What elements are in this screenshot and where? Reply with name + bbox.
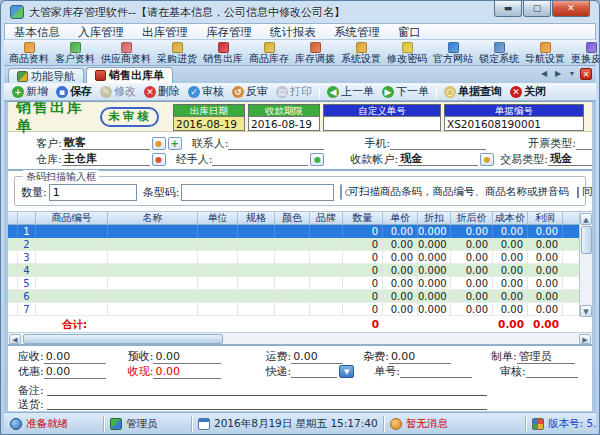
add-customer-icon[interactable]: + — [168, 137, 182, 150]
table-cell[interactable]: 0 — [343, 238, 383, 251]
toolbar-button[interactable]: 官方网站 — [430, 41, 476, 65]
table-cell[interactable] — [108, 303, 198, 316]
table-cell[interactable] — [198, 238, 238, 251]
table-cell[interactable]: 0.00 — [493, 238, 528, 251]
table-cell[interactable] — [36, 264, 108, 277]
row-number-cell[interactable]: 4 — [18, 264, 36, 277]
table-row[interactable]: 400.000.0000.000.000.00 — [8, 264, 592, 277]
table-cell[interactable] — [8, 251, 18, 264]
header-field-value[interactable]: 2016-08-19 — [173, 116, 245, 131]
table-cell[interactable]: 0.00 — [451, 264, 493, 277]
column-header[interactable]: 折扣 — [418, 212, 451, 225]
form-toolbar-button[interactable]: +新增 — [8, 84, 52, 100]
header-field-value[interactable] — [323, 116, 441, 131]
column-header[interactable]: 名称 — [108, 212, 198, 225]
vertical-scrollbar[interactable]: ▲ ▼ — [579, 212, 592, 317]
scroll-right-icon[interactable]: ▶ — [579, 334, 591, 344]
column-header[interactable]: 成本价 — [493, 212, 528, 225]
vertical-scroll-thumb[interactable] — [581, 226, 592, 254]
summary-field-value[interactable] — [400, 365, 472, 378]
table-cell[interactable]: 0.000 — [418, 277, 451, 290]
toolbar-button[interactable]: 客户资料 — [52, 41, 98, 65]
table-cell[interactable] — [36, 238, 108, 251]
table-cell[interactable]: 0 — [343, 290, 383, 303]
warehouse-picker-icon[interactable]: ● — [152, 153, 166, 166]
table-cell[interactable] — [8, 290, 18, 303]
field-value[interactable] — [228, 136, 324, 150]
menu-item[interactable]: 出库管理 — [133, 24, 197, 39]
table-cell[interactable]: 0.00 — [528, 303, 563, 316]
row-number-cell[interactable]: 6 — [18, 290, 36, 303]
form-toolbar-button[interactable]: ○单据查询 — [440, 84, 506, 100]
column-header[interactable]: 单价 — [383, 212, 418, 225]
table-cell[interactable] — [310, 277, 343, 290]
scroll-left-icon[interactable]: ◀ — [9, 334, 21, 344]
summary-field-value[interactable]: 0.00 — [291, 350, 343, 364]
table-cell[interactable] — [275, 225, 310, 238]
table-cell[interactable] — [8, 264, 18, 277]
table-cell[interactable]: 0.00 — [493, 264, 528, 277]
table-cell[interactable]: 0 — [343, 277, 383, 290]
column-header[interactable]: 数量 — [343, 212, 383, 225]
table-cell[interactable] — [36, 277, 108, 290]
header-field-value[interactable]: XS201608190001 — [444, 116, 584, 131]
table-row[interactable]: 200.000.0000.000.000.00 — [8, 238, 592, 251]
barcode-input[interactable] — [181, 184, 334, 201]
tab-sales-order[interactable]: 销售出库单 — [86, 67, 173, 83]
table-cell[interactable] — [198, 225, 238, 238]
row-number-cell[interactable]: 5 — [18, 277, 36, 290]
field-value[interactable]: 主仓库 — [62, 152, 150, 166]
table-cell[interactable]: 0.00 — [383, 264, 418, 277]
table-row[interactable]: 700.000.0000.000.000.00 — [8, 303, 592, 316]
table-cell[interactable]: 0 — [343, 303, 383, 316]
menu-item[interactable]: 入库管理 — [69, 24, 133, 39]
table-cell[interactable] — [275, 290, 310, 303]
account-picker-icon[interactable]: ● — [480, 153, 494, 166]
table-cell[interactable] — [36, 225, 108, 238]
table-cell[interactable]: 0.00 — [451, 238, 493, 251]
toolbar-button[interactable]: 锁定系统 — [476, 41, 522, 65]
scroll-up-icon[interactable]: ▲ — [580, 213, 592, 225]
summary-field-value[interactable]: 0.00 — [153, 365, 221, 379]
summary-field-value[interactable]: 0.00 — [44, 350, 106, 364]
summary-field-value[interactable]: 0.00 — [389, 350, 451, 364]
table-cell[interactable] — [310, 251, 343, 264]
tab-scroll-left-icon[interactable]: ◀ — [538, 68, 550, 80]
table-cell[interactable] — [198, 251, 238, 264]
form-toolbar-button[interactable]: ◀上一单 — [323, 84, 378, 100]
table-cell[interactable] — [275, 303, 310, 316]
column-header[interactable]: 商品编号 — [36, 212, 108, 225]
table-cell[interactable] — [198, 303, 238, 316]
column-header[interactable]: 规格 — [238, 212, 275, 225]
table-cell[interactable]: 0.00 — [528, 225, 563, 238]
column-header[interactable]: 颜色 — [275, 212, 310, 225]
table-cell[interactable] — [8, 277, 18, 290]
row-number-cell[interactable]: 3 — [18, 251, 36, 264]
table-cell[interactable] — [36, 303, 108, 316]
field-value[interactable]: 散客 — [62, 136, 150, 150]
table-cell[interactable] — [198, 264, 238, 277]
table-cell[interactable]: 0.00 — [493, 225, 528, 238]
table-cell[interactable]: 0.00 — [493, 290, 528, 303]
menu-item[interactable]: 基本信息 — [5, 24, 69, 39]
menu-item[interactable]: 窗口 — [389, 24, 430, 39]
field-value[interactable] — [576, 136, 596, 150]
table-cell[interactable]: 0.00 — [451, 277, 493, 290]
table-cell[interactable] — [198, 290, 238, 303]
table-cell[interactable]: 0.00 — [383, 251, 418, 264]
table-cell[interactable]: 0.000 — [418, 238, 451, 251]
form-toolbar-button[interactable]: ✓审核 — [184, 84, 228, 100]
table-cell[interactable]: 0.000 — [418, 303, 451, 316]
table-cell[interactable] — [310, 225, 343, 238]
field-value[interactable] — [212, 152, 308, 166]
table-cell[interactable] — [108, 238, 198, 251]
maximize-icon[interactable]: ▢ — [523, 1, 551, 17]
table-cell[interactable]: 0.00 — [528, 290, 563, 303]
auto-accumulate-checkbox[interactable] — [577, 187, 579, 198]
form-toolbar-button[interactable]: ▶下一单 — [378, 84, 433, 100]
table-cell[interactable]: 0.00 — [383, 303, 418, 316]
toolbar-button[interactable]: 库存调拨 — [292, 41, 338, 65]
menu-item[interactable]: 系统管理 — [325, 24, 389, 39]
express-dropdown-icon[interactable]: ▼ — [339, 365, 354, 378]
toolbar-button[interactable]: 导航设置 — [522, 41, 568, 65]
